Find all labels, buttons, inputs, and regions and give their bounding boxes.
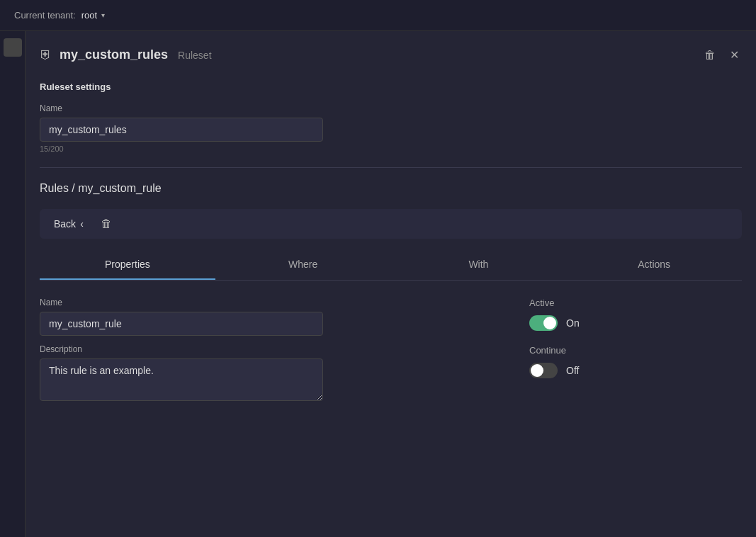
ruleset-name-label: Name (40, 103, 742, 113)
tabs-container: Properties Where With Actions (40, 250, 742, 281)
panel-name: my_custom_rules (60, 47, 168, 62)
divider (40, 167, 742, 168)
rule-name-label: Name (40, 298, 501, 307)
panel-delete-button[interactable]: 🗑 (701, 46, 718, 64)
shield-icon: ⛨ (40, 47, 52, 62)
tab-actions-label: Actions (638, 259, 670, 270)
trash-icon: 🗑 (704, 49, 716, 62)
main-content: ⛨ my_custom_rules Ruleset 🗑 ✕ Ruleset se… (0, 31, 756, 537)
continue-toggle-state: Off (566, 365, 579, 376)
back-label: Back (54, 218, 76, 230)
continue-toggle-thumb (531, 364, 543, 377)
tab-where[interactable]: Where (215, 250, 391, 280)
panel-header: ⛨ my_custom_rules Ruleset 🗑 ✕ (40, 45, 742, 64)
sidebar (0, 31, 26, 537)
rules-breadcrumb: Rules / my_custom_rule (40, 182, 742, 195)
sidebar-logo (4, 38, 22, 57)
tenant-name: root (81, 10, 97, 21)
ruleset-name-char-count: 15/200 (40, 145, 742, 153)
active-toggle[interactable] (529, 315, 558, 331)
tab-properties-label: Properties (105, 259, 150, 270)
description-field-group: Description This rule is an example. (40, 344, 501, 404)
chevron-left-icon: ‹ (80, 218, 84, 230)
panel-area: ⛨ my_custom_rules Ruleset 🗑 ✕ Ruleset se… (26, 31, 756, 537)
rule-toolbar: Back ‹ 🗑 (40, 209, 742, 239)
active-toggle-label: Active (529, 298, 742, 308)
description-input[interactable]: This rule is an example. (40, 358, 323, 401)
back-button[interactable]: Back ‹ (48, 215, 89, 232)
panel-type-badge: Ruleset (178, 50, 211, 61)
active-toggle-row: On (529, 315, 742, 331)
continue-toggle-row: Off (529, 363, 742, 378)
tab-properties[interactable]: Properties (40, 250, 215, 280)
tenant-label: Current tenant: (14, 10, 76, 21)
rule-name-field-group: Name (40, 298, 501, 336)
ruleset-name-field-group: Name 15/200 (40, 103, 742, 153)
sidebar-inner (0, 31, 25, 64)
rule-name-input[interactable] (40, 312, 323, 336)
tab-actions[interactable]: Actions (566, 250, 742, 280)
tenant-selector[interactable]: root ▾ (81, 10, 105, 21)
continue-toggle-label: Continue (529, 345, 742, 356)
chevron-down-icon: ▾ (101, 11, 105, 19)
ruleset-settings-label: Ruleset settings (40, 81, 742, 92)
active-toggle-thumb (543, 317, 556, 329)
tab-with[interactable]: With (391, 250, 567, 280)
tab-where-label: Where (288, 259, 317, 270)
panel-close-button[interactable]: ✕ (727, 45, 742, 64)
ruleset-name-input[interactable] (40, 118, 323, 142)
tab-with-label: With (468, 259, 488, 270)
active-toggle-state: On (566, 317, 580, 329)
continue-toggle[interactable] (529, 363, 558, 378)
trash-icon-toolbar: 🗑 (101, 217, 112, 230)
tab-right: Active On Continue Off (529, 298, 742, 412)
tab-content: Name Description This rule is an example… (40, 281, 742, 429)
panel-title: ⛨ my_custom_rules Ruleset (40, 47, 212, 62)
panel-actions: 🗑 ✕ (701, 45, 742, 64)
tab-left: Name Description This rule is an example… (40, 298, 501, 412)
close-icon: ✕ (730, 48, 739, 62)
description-label: Description (40, 344, 501, 354)
top-bar: Current tenant: root ▾ (0, 0, 756, 31)
rule-delete-button[interactable]: 🗑 (95, 215, 118, 233)
